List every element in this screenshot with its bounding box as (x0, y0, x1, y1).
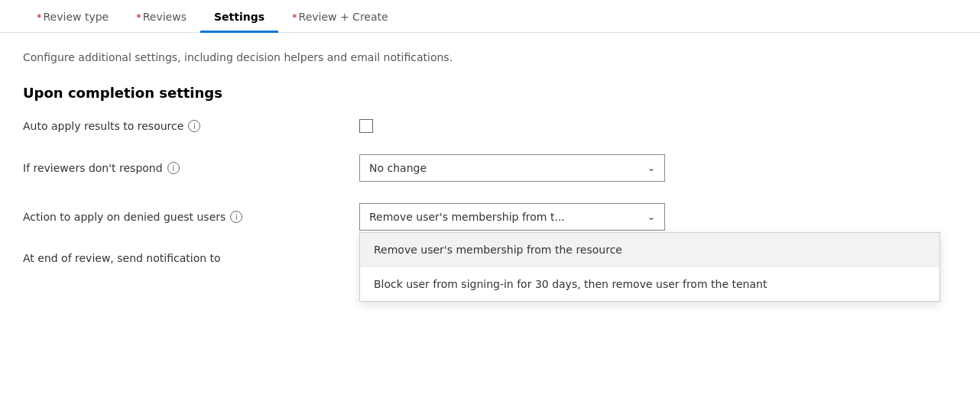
auto-apply-checkbox[interactable] (359, 119, 373, 133)
auto-apply-checkbox-wrapper (359, 119, 373, 133)
no-respond-label: If reviewers don't respond i (23, 162, 359, 174)
page-description: Configure additional settings, including… (23, 51, 957, 63)
required-star: * (37, 11, 42, 23)
no-respond-info-icon[interactable]: i (167, 162, 180, 174)
tab-review-create[interactable]: *Review + Create (278, 0, 402, 32)
required-star: * (292, 11, 297, 23)
denied-guest-dropdown-menu: Remove user's membership from the resour… (359, 232, 940, 302)
tab-settings[interactable]: Settings (200, 0, 278, 32)
dropdown-option-block-user[interactable]: Block user from signing-in for 30 days, … (360, 267, 939, 301)
no-respond-dropdown-value: No change (369, 162, 427, 174)
dropdown-option-remove-membership[interactable]: Remove user's membership from the resour… (360, 233, 939, 267)
required-star: * (136, 11, 141, 23)
denied-guest-info-icon[interactable]: i (230, 211, 242, 223)
auto-apply-info-icon[interactable]: i (188, 120, 200, 132)
send-notification-label: At end of review, send notification to (23, 252, 359, 264)
denied-guest-row: Action to apply on denied guest users i … (23, 203, 957, 231)
section-title: Upon completion settings (23, 85, 957, 101)
no-respond-dropdown[interactable]: No change ⌄ (359, 154, 665, 182)
tab-review-type[interactable]: *Review type (23, 0, 122, 32)
denied-guest-dropdown[interactable]: Remove user's membership from t... ⌄ (359, 203, 665, 231)
denied-guest-dropdown-value: Remove user's membership from t... (369, 211, 565, 223)
no-respond-row: If reviewers don't respond i No change ⌄ (23, 154, 957, 182)
auto-apply-label: Auto apply results to resource i (23, 120, 359, 132)
auto-apply-row: Auto apply results to resource i (23, 119, 957, 133)
tab-reviews[interactable]: *Reviews (122, 0, 200, 32)
denied-guest-label: Action to apply on denied guest users i (23, 211, 359, 223)
tab-bar: *Review type *Reviews Settings *Review +… (0, 0, 980, 33)
main-content: Configure additional settings, including… (0, 33, 980, 301)
denied-guest-chevron-down-icon: ⌄ (647, 212, 655, 222)
no-respond-chevron-down-icon: ⌄ (647, 163, 655, 173)
